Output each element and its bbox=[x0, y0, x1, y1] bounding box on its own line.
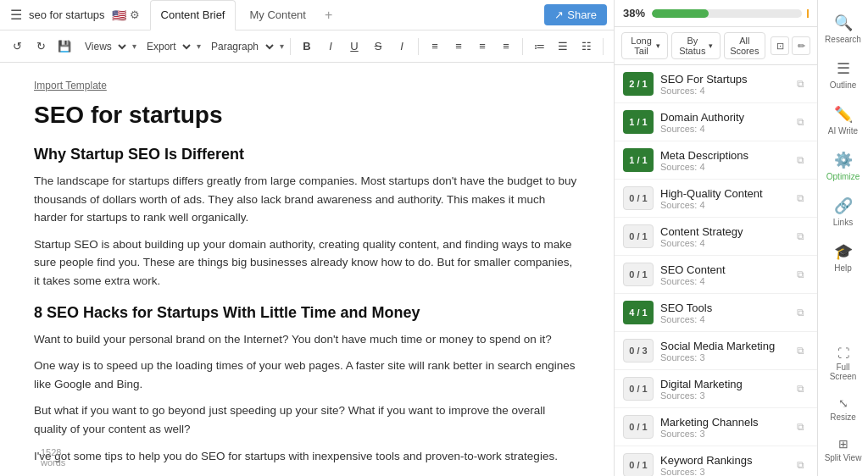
keyword-item: 1 / 1 Meta Descriptions Sources: 4 ⧉ bbox=[615, 141, 817, 180]
views-chevron: ▾ bbox=[132, 42, 136, 51]
sidebar-item-help[interactable]: 🎓 Help bbox=[821, 235, 865, 280]
sidebar-item-ai-write[interactable]: ✏️ AI Write bbox=[821, 98, 865, 142]
split-view-icon: ⊞ bbox=[838, 437, 849, 451]
keyword-info: High-Quality Content Sources: 4 bbox=[660, 187, 785, 210]
filters-row: Long Tail ▾ By Status ▾ All Scores ⊡ ✏ bbox=[615, 27, 817, 65]
progress-area: 38% bbox=[615, 0, 817, 27]
copy-icon[interactable]: ⧉ bbox=[792, 266, 809, 283]
bullet-list-button[interactable]: ≔ bbox=[529, 36, 549, 57]
menu-icon[interactable]: ☰ bbox=[7, 3, 25, 26]
align-center-button[interactable]: ≡ bbox=[448, 36, 469, 57]
copy-icon[interactable]: ⧉ bbox=[792, 380, 809, 397]
sidebar-item-optimize[interactable]: ⚙️ Optimize bbox=[821, 144, 865, 188]
grid-view-button[interactable]: ⊡ bbox=[771, 36, 789, 55]
ai-write-icon: ✏️ bbox=[834, 105, 853, 124]
progress-bar-fill bbox=[652, 9, 709, 18]
undo-button[interactable]: ↺ bbox=[7, 36, 27, 57]
keyword-name: Digital Marketing bbox=[660, 378, 785, 390]
ordered-list-button[interactable]: ☰ bbox=[553, 36, 573, 57]
import-template-link[interactable]: Import Template bbox=[34, 80, 580, 91]
align-left-button[interactable]: ≡ bbox=[425, 36, 445, 57]
score-badge: 0 / 1 bbox=[623, 415, 654, 439]
italic-button[interactable]: I bbox=[320, 36, 341, 57]
keyword-sources: Sources: 3 bbox=[660, 390, 785, 401]
copy-icon[interactable]: ⧉ bbox=[792, 75, 809, 92]
far-right-sidebar: 🔍 Research ☰ Outline ✏️ AI Write ⚙️ Opti… bbox=[817, 0, 868, 476]
help-icon: 🎓 bbox=[834, 242, 853, 261]
bold-button[interactable]: B bbox=[297, 36, 317, 57]
score-badge: 2 / 1 bbox=[623, 72, 654, 96]
sidebar-item-resize[interactable]: ⤡ Resize bbox=[821, 390, 865, 429]
align-justify-button[interactable]: ≡ bbox=[496, 36, 516, 57]
sidebar-item-links[interactable]: 🔗 Links bbox=[821, 190, 865, 234]
keyword-name: High-Quality Content bbox=[660, 187, 785, 200]
edit-filter-button[interactable]: ✏ bbox=[792, 36, 810, 55]
copy-icon[interactable]: ⧉ bbox=[792, 152, 809, 169]
word-count: 1528words bbox=[41, 447, 65, 468]
long-tail-chevron: ▾ bbox=[656, 42, 660, 50]
keyword-name: Social Media Marketing bbox=[660, 340, 785, 352]
top-bar: ☰ seo for startups 🇺🇸 ⚙ Content Brief My… bbox=[0, 0, 614, 30]
document-title: SEO for startups bbox=[34, 102, 580, 129]
copy-icon[interactable]: ⧉ bbox=[792, 113, 809, 130]
settings-icon[interactable]: ⚙ bbox=[130, 8, 140, 21]
progress-marker bbox=[807, 9, 809, 18]
keyword-info: Digital Marketing Sources: 3 bbox=[660, 378, 785, 401]
keyword-sources: Sources: 4 bbox=[660, 200, 785, 210]
copy-icon[interactable]: ⧉ bbox=[792, 228, 809, 245]
by-status-filter[interactable]: By Status ▾ bbox=[671, 32, 720, 59]
keyword-item: 0 / 1 High-Quality Content Sources: 4 ⧉ bbox=[615, 180, 817, 218]
copy-icon[interactable]: ⧉ bbox=[792, 304, 809, 321]
sidebar-item-research[interactable]: 🔍 Research bbox=[821, 7, 865, 51]
keyword-info: Meta Descriptions Sources: 4 bbox=[660, 149, 785, 172]
long-tail-filter[interactable]: Long Tail ▾ bbox=[621, 32, 668, 59]
keyword-sources: Sources: 4 bbox=[660, 86, 785, 96]
export-select[interactable]: Export bbox=[140, 38, 193, 55]
keyword-name: SEO For Startups bbox=[660, 73, 785, 86]
separator-4 bbox=[603, 38, 604, 55]
underline-button[interactable]: U bbox=[344, 36, 364, 57]
redo-button[interactable]: ↻ bbox=[31, 36, 51, 57]
sidebar-item-split-view[interactable]: ⊞ Split View bbox=[821, 430, 865, 469]
copy-icon[interactable]: ⧉ bbox=[792, 190, 809, 207]
keyword-item: 1 / 1 Domain Authority Sources: 4 ⧉ bbox=[615, 103, 817, 141]
share-button[interactable]: ↗ Share bbox=[544, 4, 607, 25]
links-icon: 🔗 bbox=[834, 196, 853, 215]
add-tab-button[interactable]: + bbox=[320, 4, 337, 26]
separator-2 bbox=[418, 38, 419, 55]
app-name: seo for startups bbox=[29, 8, 105, 21]
keyword-info: Content Strategy Sources: 4 bbox=[660, 225, 785, 248]
views-select[interactable]: Views bbox=[78, 38, 129, 55]
keyword-name: Marketing Channels bbox=[660, 416, 785, 429]
paragraph-2: Startup SEO is about building up your do… bbox=[34, 235, 580, 291]
all-scores-filter[interactable]: All Scores bbox=[724, 32, 765, 59]
paragraph-1: The landscape for startups differs great… bbox=[34, 172, 580, 227]
keyword-name: Keyword Rankings bbox=[660, 454, 785, 467]
keyword-info: SEO For Startups Sources: 4 bbox=[660, 73, 785, 96]
keyword-name: Meta Descriptions bbox=[660, 149, 785, 162]
document-area: Import Template SEO for startups Why Sta… bbox=[0, 63, 614, 476]
keyword-item: 0 / 1 SEO Content Sources: 4 ⧉ bbox=[615, 256, 817, 294]
keyword-name: SEO Tools bbox=[660, 302, 785, 314]
score-badge: 0 / 1 bbox=[623, 453, 654, 476]
keyword-info: Keyword Rankings Sources: 3 bbox=[660, 454, 785, 477]
copy-icon[interactable]: ⧉ bbox=[792, 342, 809, 359]
copy-icon[interactable]: ⧉ bbox=[792, 457, 809, 473]
fullscreen-icon: ⛶ bbox=[837, 346, 849, 360]
research-icon: 🔍 bbox=[834, 14, 853, 32]
score-badge: 0 / 3 bbox=[623, 339, 654, 363]
tab-content-brief[interactable]: Content Brief bbox=[150, 0, 236, 30]
align-right-button[interactable]: ≡ bbox=[472, 36, 492, 57]
save-button[interactable]: 💾 bbox=[54, 36, 75, 57]
keyword-sources: Sources: 4 bbox=[660, 162, 785, 172]
sidebar-item-outline[interactable]: ☰ Outline bbox=[821, 53, 865, 97]
indent-button[interactable]: ☷ bbox=[576, 36, 597, 57]
italic2-button[interactable]: I bbox=[392, 36, 412, 57]
tab-my-content[interactable]: My Content bbox=[239, 0, 315, 30]
strikethrough-button[interactable]: S bbox=[368, 36, 388, 57]
paragraph-select[interactable]: Paragraph bbox=[204, 38, 276, 55]
copy-icon[interactable]: ⧉ bbox=[792, 418, 809, 435]
sidebar-item-fullscreen[interactable]: ⛶ Full Screen bbox=[821, 340, 865, 388]
keyword-item: 2 / 1 SEO For Startups Sources: 4 ⧉ bbox=[615, 65, 817, 103]
optimize-icon: ⚙️ bbox=[834, 151, 853, 169]
